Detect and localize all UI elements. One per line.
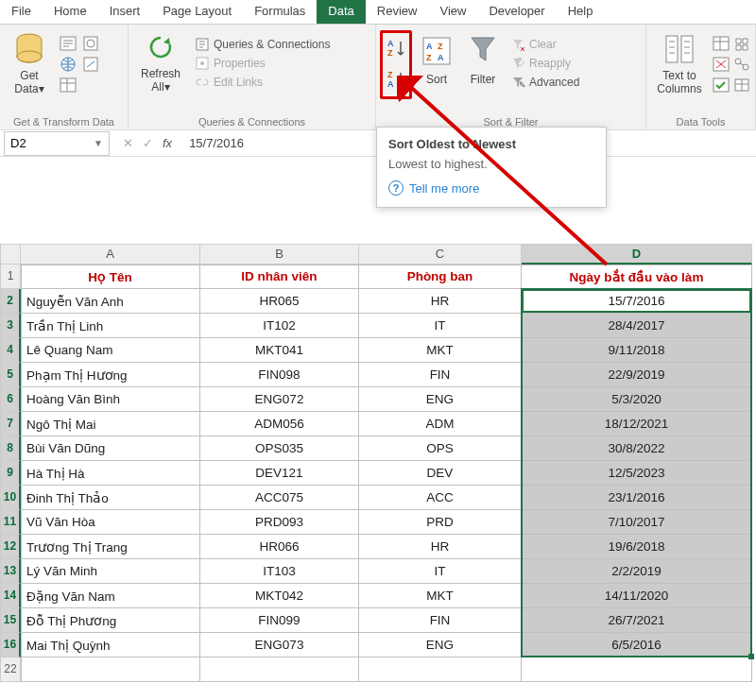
fx-icon[interactable]: fx <box>163 136 172 150</box>
text-to-columns-button[interactable]: Text to Columns <box>650 30 709 98</box>
cell-D9[interactable]: 12/5/2023 <box>522 461 752 486</box>
advanced-filter-button[interactable]: ✎Advanced <box>508 74 581 91</box>
cell-C12[interactable]: HR <box>359 535 522 559</box>
cell-B16[interactable]: ENG073 <box>200 633 359 657</box>
existing-conn-icon[interactable] <box>81 55 100 74</box>
cell-C9[interactable]: DEV <box>359 461 522 486</box>
edit-links-button[interactable]: Edit Links <box>193 74 332 91</box>
row-header-12[interactable]: 12 <box>0 535 21 559</box>
properties-button[interactable]: Properties <box>193 55 332 72</box>
row-header-8[interactable]: 8 <box>0 436 21 461</box>
menu-home[interactable]: Home <box>43 0 98 24</box>
cell-B1[interactable]: ID nhân viên <box>200 265 359 289</box>
cell-A7[interactable]: Ngô Thị Mai <box>21 412 200 436</box>
cell-D13[interactable]: 2/2/2019 <box>522 559 752 584</box>
menu-insert[interactable]: Insert <box>98 0 152 24</box>
cell-C1[interactable]: Phòng ban <box>359 265 522 289</box>
cell-A13[interactable]: Lý Văn Minh <box>21 559 200 584</box>
row-header-2[interactable]: 2 <box>0 289 21 314</box>
queries-connections-button[interactable]: Queries & Connections <box>193 36 332 53</box>
sort-asc-button[interactable]: AZ <box>384 34 408 64</box>
cell-A11[interactable]: Vũ Văn Hòa <box>21 510 200 535</box>
col-header-B[interactable]: B <box>200 244 359 265</box>
flash-fill-icon[interactable] <box>713 36 730 51</box>
cell-A3[interactable]: Trần Thị Linh <box>21 314 200 338</box>
menu-formulas[interactable]: Formulas <box>243 0 317 24</box>
sort-desc-button[interactable]: ZA <box>384 65 408 95</box>
row-header-7[interactable]: 7 <box>0 412 21 436</box>
cell-C13[interactable]: IT <box>359 559 522 584</box>
row-header-14[interactable]: 14 <box>0 584 21 608</box>
enter-icon[interactable]: ✓ <box>143 136 153 150</box>
cell-C11[interactable]: PRD <box>359 510 522 535</box>
cell-C4[interactable]: MKT <box>359 338 522 363</box>
cell-D1[interactable]: Ngày bắt đầu vào làm <box>522 265 752 289</box>
select-all-corner[interactable] <box>0 244 21 265</box>
cell-C2[interactable]: HR <box>359 289 522 314</box>
from-text-icon[interactable] <box>59 34 77 53</box>
reapply-button[interactable]: Reapply <box>508 55 581 72</box>
cell-D5[interactable]: 22/9/2019 <box>522 363 752 387</box>
cell-A9[interactable]: Hà Thị Hà <box>21 461 200 486</box>
cell-D10[interactable]: 23/1/2016 <box>522 486 752 510</box>
cell-B7[interactable]: ADM056 <box>200 412 359 436</box>
cell-C22[interactable] <box>359 657 522 682</box>
cell-D11[interactable]: 7/10/2017 <box>522 510 752 535</box>
cell-D7[interactable]: 18/12/2021 <box>522 412 752 436</box>
cell-B14[interactable]: MKT042 <box>200 584 359 608</box>
cell-A2[interactable]: Nguyễn Văn Anh <box>21 289 200 314</box>
row-header-1[interactable]: 1 <box>0 265 21 289</box>
cancel-icon[interactable]: ✕ <box>123 136 133 150</box>
cell-D12[interactable]: 19/6/2018 <box>522 535 752 559</box>
cell-A4[interactable]: Lê Quang Nam <box>21 338 200 363</box>
menu-page-layout[interactable]: Page Layout <box>151 0 243 24</box>
row-header-4[interactable]: 4 <box>0 338 21 363</box>
row-header-15[interactable]: 15 <box>0 608 21 633</box>
from-table-icon[interactable] <box>59 76 77 94</box>
cell-C7[interactable]: ADM <box>359 412 522 436</box>
cell-A1[interactable]: Họ Tên <box>21 265 200 289</box>
cell-A16[interactable]: Mai Thị Quỳnh <box>21 633 200 657</box>
formula-value[interactable]: 15/7/2016 <box>180 136 253 150</box>
menu-review[interactable]: Review <box>366 0 429 24</box>
row-header-22[interactable]: 22 <box>0 657 21 682</box>
cell-C8[interactable]: OPS <box>359 436 522 461</box>
cell-B8[interactable]: OPS035 <box>200 436 359 461</box>
row-header-6[interactable]: 6 <box>0 387 21 412</box>
cell-A6[interactable]: Hoàng Văn Bình <box>21 387 200 412</box>
data-validation-icon[interactable] <box>713 77 730 93</box>
cell-B15[interactable]: FIN099 <box>200 608 359 633</box>
cell-B5[interactable]: FIN098 <box>200 363 359 387</box>
clear-filter-button[interactable]: Clear <box>508 36 581 53</box>
cell-D14[interactable]: 14/11/2020 <box>522 584 752 608</box>
cell-B11[interactable]: PRD093 <box>200 510 359 535</box>
cell-D16[interactable]: 6/5/2016 <box>522 633 752 657</box>
cell-D2[interactable]: 15/7/2016 <box>522 289 752 314</box>
cell-C5[interactable]: FIN <box>359 363 522 387</box>
cell-C3[interactable]: IT <box>359 314 522 338</box>
refresh-all-button[interactable]: Refresh All▾ <box>132 30 189 96</box>
col-header-D[interactable]: D <box>522 244 752 265</box>
row-header-11[interactable]: 11 <box>0 510 21 535</box>
sort-button[interactable]: AZZA Sort <box>416 30 457 89</box>
cell-B9[interactable]: DEV121 <box>200 461 359 486</box>
row-header-13[interactable]: 13 <box>0 559 21 584</box>
cell-B4[interactable]: MKT041 <box>200 338 359 363</box>
tooltip-tell-me-more[interactable]: ? Tell me more <box>388 180 594 196</box>
cell-B22[interactable] <box>200 657 359 682</box>
cell-A14[interactable]: Đặng Văn Nam <box>21 584 200 608</box>
cell-B2[interactable]: HR065 <box>200 289 359 314</box>
filter-button[interactable]: Filter <box>461 30 505 89</box>
cell-D4[interactable]: 9/11/2018 <box>522 338 752 363</box>
from-web-icon[interactable] <box>59 55 77 74</box>
get-data-button[interactable]: Get Data▾ <box>4 30 55 98</box>
cell-D8[interactable]: 30/8/2022 <box>522 436 752 461</box>
col-header-A[interactable]: A <box>21 244 200 265</box>
cell-D6[interactable]: 5/3/2020 <box>522 387 752 412</box>
cell-C10[interactable]: ACC <box>359 486 522 510</box>
cell-A8[interactable]: Bùi Văn Dũng <box>21 436 200 461</box>
menu-view[interactable]: View <box>428 0 477 24</box>
row-header-16[interactable]: 16 <box>0 633 21 657</box>
cell-D22[interactable] <box>522 657 752 682</box>
cell-A12[interactable]: Trương Thị Trang <box>21 535 200 559</box>
